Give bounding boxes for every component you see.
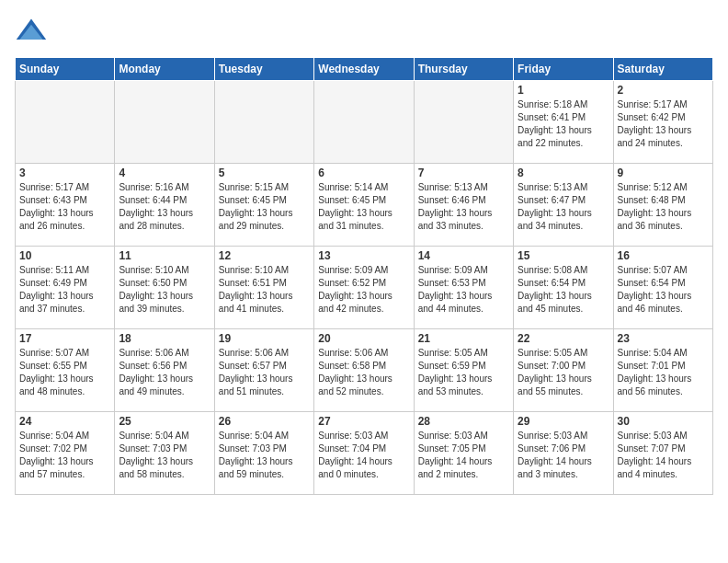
calendar-cell: 6Sunrise: 5:14 AM Sunset: 6:45 PM Daylig… [314,164,414,247]
day-info: Sunrise: 5:14 AM Sunset: 6:45 PM Dayligh… [318,181,409,233]
calendar-cell: 19Sunrise: 5:06 AM Sunset: 6:57 PM Dayli… [214,329,313,412]
day-info: Sunrise: 5:11 AM Sunset: 6:49 PM Dayligh… [19,264,110,316]
calendar-week-row: 24Sunrise: 5:04 AM Sunset: 7:02 PM Dayli… [16,412,713,495]
day-info: Sunrise: 5:08 AM Sunset: 6:54 PM Dayligh… [518,264,609,316]
day-number: 15 [518,249,609,262]
calendar-cell [16,81,115,164]
day-number: 21 [418,332,509,345]
calendar-cell: 26Sunrise: 5:04 AM Sunset: 7:03 PM Dayli… [214,412,313,495]
calendar-cell: 13Sunrise: 5:09 AM Sunset: 6:52 PM Dayli… [314,247,414,329]
page-header [15,15,713,48]
weekday-header: Monday [115,58,214,81]
day-number: 19 [219,332,310,345]
weekday-header: Friday [514,58,613,81]
day-number: 17 [19,332,110,345]
day-number: 10 [19,249,110,262]
weekday-header: Thursday [414,58,513,81]
day-info: Sunrise: 5:05 AM Sunset: 7:00 PM Dayligh… [518,347,609,398]
day-number: 27 [318,415,409,428]
logo-icon [15,15,48,48]
day-number: 12 [219,249,310,262]
day-number: 24 [19,415,110,428]
calendar-cell [414,81,513,164]
day-info: Sunrise: 5:04 AM Sunset: 7:01 PM Dayligh… [618,347,709,398]
calendar-cell: 7Sunrise: 5:13 AM Sunset: 6:46 PM Daylig… [414,164,513,247]
day-info: Sunrise: 5:09 AM Sunset: 6:53 PM Dayligh… [418,264,509,316]
day-number: 20 [318,332,409,345]
day-info: Sunrise: 5:16 AM Sunset: 6:44 PM Dayligh… [119,181,210,233]
day-info: Sunrise: 5:03 AM Sunset: 7:07 PM Dayligh… [618,430,709,481]
day-info: Sunrise: 5:04 AM Sunset: 7:03 PM Dayligh… [219,430,310,481]
day-number: 8 [518,167,609,179]
day-number: 9 [618,167,709,179]
day-number: 13 [318,249,409,262]
weekday-header: Sunday [16,58,115,81]
calendar-cell: 5Sunrise: 5:15 AM Sunset: 6:45 PM Daylig… [214,164,313,247]
day-number: 14 [418,249,509,262]
calendar-cell: 14Sunrise: 5:09 AM Sunset: 6:53 PM Dayli… [414,247,513,329]
calendar-week-row: 10Sunrise: 5:11 AM Sunset: 6:49 PM Dayli… [16,247,713,329]
day-info: Sunrise: 5:17 AM Sunset: 6:42 PM Dayligh… [618,98,709,150]
day-info: Sunrise: 5:15 AM Sunset: 6:45 PM Dayligh… [219,181,310,233]
calendar-cell: 4Sunrise: 5:16 AM Sunset: 6:44 PM Daylig… [115,164,214,247]
day-number: 6 [318,167,409,179]
calendar-week-row: 1Sunrise: 5:18 AM Sunset: 6:41 PM Daylig… [16,81,713,164]
calendar-cell [214,81,313,164]
calendar-week-row: 17Sunrise: 5:07 AM Sunset: 6:55 PM Dayli… [16,329,713,412]
calendar-cell: 8Sunrise: 5:13 AM Sunset: 6:47 PM Daylig… [514,164,613,247]
calendar-cell: 28Sunrise: 5:03 AM Sunset: 7:05 PM Dayli… [414,412,513,495]
calendar-cell [314,81,414,164]
calendar-week-row: 3Sunrise: 5:17 AM Sunset: 6:43 PM Daylig… [16,164,713,247]
calendar-cell: 15Sunrise: 5:08 AM Sunset: 6:54 PM Dayli… [514,247,613,329]
calendar-cell: 2Sunrise: 5:17 AM Sunset: 6:42 PM Daylig… [613,81,712,164]
day-number: 5 [219,167,310,179]
calendar-cell: 17Sunrise: 5:07 AM Sunset: 6:55 PM Dayli… [16,329,115,412]
day-number: 28 [418,415,509,428]
logo [15,15,51,48]
day-info: Sunrise: 5:07 AM Sunset: 6:54 PM Dayligh… [618,264,709,316]
calendar-cell: 12Sunrise: 5:10 AM Sunset: 6:51 PM Dayli… [214,247,313,329]
day-info: Sunrise: 5:12 AM Sunset: 6:48 PM Dayligh… [618,181,709,233]
calendar: SundayMondayTuesdayWednesdayThursdayFrid… [15,57,713,495]
day-info: Sunrise: 5:10 AM Sunset: 6:51 PM Dayligh… [219,264,310,316]
day-number: 11 [119,249,210,262]
calendar-cell: 30Sunrise: 5:03 AM Sunset: 7:07 PM Dayli… [613,412,712,495]
day-info: Sunrise: 5:13 AM Sunset: 6:46 PM Dayligh… [418,181,509,233]
day-info: Sunrise: 5:03 AM Sunset: 7:06 PM Dayligh… [518,430,609,481]
calendar-cell: 9Sunrise: 5:12 AM Sunset: 6:48 PM Daylig… [613,164,712,247]
calendar-cell: 22Sunrise: 5:05 AM Sunset: 7:00 PM Dayli… [514,329,613,412]
day-number: 26 [219,415,310,428]
day-info: Sunrise: 5:03 AM Sunset: 7:04 PM Dayligh… [318,430,409,481]
weekday-header: Saturday [613,58,712,81]
calendar-cell: 23Sunrise: 5:04 AM Sunset: 7:01 PM Dayli… [613,329,712,412]
day-info: Sunrise: 5:06 AM Sunset: 6:58 PM Dayligh… [318,347,409,398]
calendar-cell: 27Sunrise: 5:03 AM Sunset: 7:04 PM Dayli… [314,412,414,495]
calendar-cell: 25Sunrise: 5:04 AM Sunset: 7:03 PM Dayli… [115,412,214,495]
day-number: 7 [418,167,509,179]
day-info: Sunrise: 5:03 AM Sunset: 7:05 PM Dayligh… [418,430,509,481]
calendar-cell: 10Sunrise: 5:11 AM Sunset: 6:49 PM Dayli… [16,247,115,329]
day-number: 18 [119,332,210,345]
calendar-cell: 20Sunrise: 5:06 AM Sunset: 6:58 PM Dayli… [314,329,414,412]
day-info: Sunrise: 5:06 AM Sunset: 6:56 PM Dayligh… [119,347,210,398]
day-number: 25 [119,415,210,428]
day-info: Sunrise: 5:07 AM Sunset: 6:55 PM Dayligh… [19,347,110,398]
day-info: Sunrise: 5:04 AM Sunset: 7:02 PM Dayligh… [19,430,110,481]
day-number: 2 [618,84,709,97]
calendar-cell [115,81,214,164]
day-info: Sunrise: 5:10 AM Sunset: 6:50 PM Dayligh… [119,264,210,316]
calendar-cell: 1Sunrise: 5:18 AM Sunset: 6:41 PM Daylig… [514,81,613,164]
day-info: Sunrise: 5:18 AM Sunset: 6:41 PM Dayligh… [518,98,609,150]
calendar-cell: 3Sunrise: 5:17 AM Sunset: 6:43 PM Daylig… [16,164,115,247]
day-info: Sunrise: 5:17 AM Sunset: 6:43 PM Dayligh… [19,181,110,233]
calendar-cell: 29Sunrise: 5:03 AM Sunset: 7:06 PM Dayli… [514,412,613,495]
calendar-cell: 18Sunrise: 5:06 AM Sunset: 6:56 PM Dayli… [115,329,214,412]
day-number: 4 [119,167,210,179]
day-info: Sunrise: 5:04 AM Sunset: 7:03 PM Dayligh… [119,430,210,481]
day-number: 23 [618,332,709,345]
day-number: 22 [518,332,609,345]
day-info: Sunrise: 5:06 AM Sunset: 6:57 PM Dayligh… [219,347,310,398]
day-number: 1 [518,84,609,97]
day-info: Sunrise: 5:05 AM Sunset: 6:59 PM Dayligh… [418,347,509,398]
day-number: 29 [518,415,609,428]
